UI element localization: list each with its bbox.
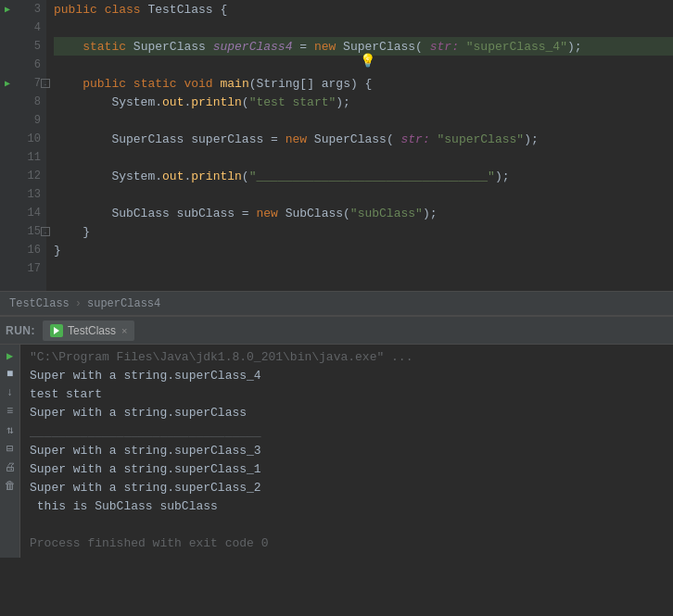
output-line-empty [30,516,664,534]
line-num-4: 4 [15,21,41,34]
code-line-4 [54,19,673,37]
output-line-3: Super with a string.superClass [30,404,664,422]
output-line-4: Super with a string.superClass_3 [30,442,664,460]
gutter-row-14: 14 [0,204,41,222]
code-line-7: public static void main(String[] args) { [54,74,673,93]
run-settings-button[interactable]: ≡ [3,404,18,419]
gutter-row-15: 15- [0,222,41,241]
code-line-3: public class TestClass { [54,0,673,19]
code-line-8: System.out.println("test start"); [54,93,673,111]
run-scroll-down-button[interactable]: ↓ [3,385,18,400]
gutter-row-4: 4 [0,19,41,37]
output-line-1: Super with a string.superClass_4 [30,367,664,385]
gutter-row-12: 12 [0,167,41,185]
tab-run-icon [50,324,63,337]
run-sort-button[interactable]: ⇅ [3,422,18,437]
code-line-10: SuperClass superClass = new SuperClass( … [54,130,673,148]
run-delete-button[interactable]: 🗑 [3,478,18,493]
gutter-row-11: 11 [0,148,41,167]
run-stop-button[interactable]: ■ [3,367,18,382]
line-arrow-7[interactable]: ▶ [0,78,15,89]
code-line-15: } [54,222,673,241]
code-container: ▶ 3 4 5 6 ▶ [0,0,673,291]
code-lines: public class TestClass { static SuperCla… [46,0,673,291]
line-gutter: ▶ 3 4 5 6 ▶ [0,0,46,291]
code-line-16: } [54,241,673,259]
output-line-cmd: "C:\Program Files\Java\jdk1.8.0_201\bin\… [30,348,664,367]
code-line-12: System.out.println("____________________… [54,167,673,185]
line-arrow-3[interactable]: ▶ [0,4,15,15]
code-line-17 [54,259,673,278]
breadcrumb-field: superClass4 [87,297,160,310]
output-line-7: this is SubClass subClass [30,497,664,516]
line-num-6: 6 [15,58,41,71]
bulb-icon[interactable]: 💡 [360,53,375,69]
output-line-2: test start [30,385,664,404]
line-num-3: 3 [15,3,41,16]
run-tab-close[interactable]: × [121,325,127,336]
output-line-5: Super with a string.superClass_1 [30,460,664,479]
code-line-14: SubClass subClass = new SubClass("subCla… [54,204,673,222]
run-label: Run: [6,324,43,337]
gutter-row-17: 17 [0,259,41,278]
breadcrumb-class: TestClass [9,297,70,310]
run-output: "C:\Program Files\Java\jdk1.8.0_201\bin\… [20,345,673,558]
run-play-button[interactable]: ▶ [3,348,18,363]
breadcrumb-bar: TestClass › superClass4 [0,291,673,315]
code-line-13 [54,185,673,204]
run-print-button[interactable]: 🖨 [3,459,18,474]
gutter-row-7: ▶ 7 - [0,74,41,93]
output-line-divider: ________________________________ [30,423,664,442]
code-line-11 [54,148,673,167]
run-panel: Run: TestClass × ▶ ■ ↓ ≡ ⇅ ⊟ 🖨 🗑 "C:\Pro… [0,315,673,558]
run-close-button[interactable]: ⊟ [3,441,18,456]
run-tab-name: TestClass [68,324,116,337]
line-num-5: 5 [15,40,41,53]
gutter-row-9: 9 [0,111,41,130]
run-tabs: Run: TestClass × [0,317,673,345]
gutter-row-8: 8 [0,93,41,111]
run-layout: ▶ ■ ↓ ≡ ⇅ ⊟ 🖨 🗑 "C:\Program Files\Java\j… [0,345,673,558]
gutter-row-6: 6 [0,56,41,74]
output-line-finish: Process finished with exit code 0 [30,534,664,553]
breadcrumb-sep: › [75,297,82,310]
gutter-row-13: 13 [0,185,41,204]
gutter-row-3: ▶ 3 [0,0,41,19]
gutter-row-16: 16 [0,241,41,259]
output-line-6: Super with a string.superClass_2 [30,479,664,497]
run-sidebar: ▶ ■ ↓ ≡ ⇅ ⊟ 🖨 🗑 [0,345,20,558]
run-tab-testclass[interactable]: TestClass × [43,321,134,341]
gutter-row-5: 5 [0,37,41,56]
gutter-row-10: 10 [0,130,41,148]
code-line-9 [54,111,673,130]
line-num-7: 7 [15,77,41,90]
editor-area: ▶ 3 4 5 6 ▶ [0,0,673,315]
